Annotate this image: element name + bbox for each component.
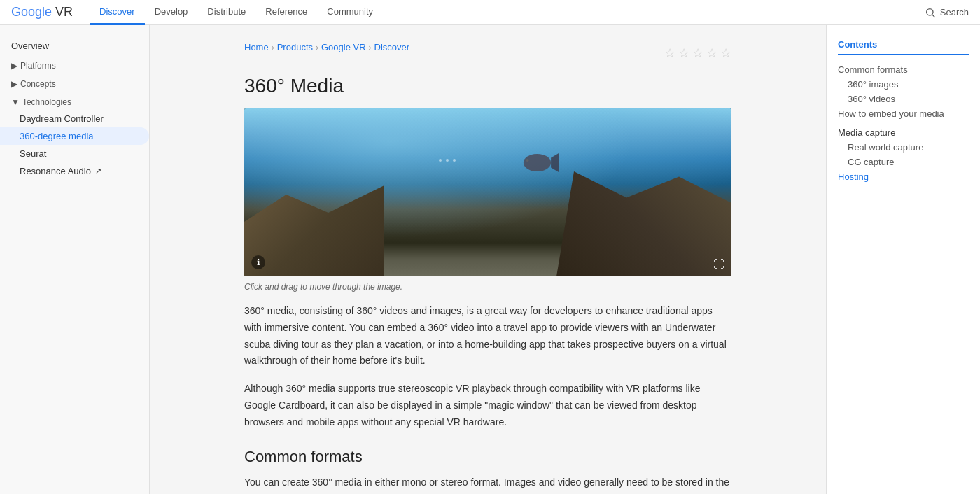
sidebar-section-concepts[interactable]: ▶ Concepts <box>0 73 149 92</box>
arrow-icon-concepts: ▶ <box>11 79 18 89</box>
body-text-1: 360° media, consisting of 360° videos an… <box>244 303 732 369</box>
star-rating: ☆ ☆ ☆ ☆ ☆ <box>664 45 732 61</box>
toc-common-formats[interactable]: Common formats <box>838 62 969 77</box>
arrow-icon: ▶ <box>11 61 18 71</box>
svg-point-4 <box>526 159 529 162</box>
toc-how-to-embed[interactable]: How to embed your media <box>838 106 969 121</box>
toc-360-images[interactable]: 360° images <box>838 77 969 92</box>
breadcrumb-discover[interactable]: Discover <box>374 42 410 52</box>
logo-vr: VR <box>55 5 73 20</box>
breadcrumb-googlevr[interactable]: Google VR <box>321 42 366 52</box>
star-2[interactable]: ☆ <box>678 45 690 61</box>
arrow-icon-tech: ▼ <box>11 97 20 107</box>
rock-left <box>244 185 384 276</box>
sidebar-label-360: 360-degree media <box>20 131 94 141</box>
sidebar-section-platforms[interactable]: ▶ Platforms <box>0 55 149 73</box>
svg-line-1 <box>932 15 935 17</box>
breadcrumb-home[interactable]: Home <box>244 42 269 52</box>
toc-title: Contents <box>838 39 969 55</box>
info-button[interactable]: ℹ <box>251 255 265 269</box>
sidebar-item-daydream-controller[interactable]: Daydream Controller <box>0 110 149 127</box>
search-label[interactable]: Search <box>940 7 969 17</box>
toc-media-capture[interactable]: Media capture <box>838 125 969 140</box>
svg-point-0 <box>926 8 932 15</box>
breadcrumb-sep-1: › <box>272 43 274 52</box>
nav-develop[interactable]: Develop <box>145 0 198 25</box>
toc-hosting[interactable]: Hosting <box>838 169 969 184</box>
search-icon <box>925 7 936 18</box>
sidebar-label-resonance: Resonance Audio <box>20 166 91 176</box>
rock-right <box>556 171 732 276</box>
page-title: 360° Media <box>244 75 732 97</box>
sidebar-item-seurat[interactable]: Seurat <box>0 145 149 162</box>
sidebar-item-resonance-audio[interactable]: Resonance Audio ↗ <box>0 162 149 180</box>
logo-google: Google <box>11 5 52 20</box>
bubble-2 <box>446 159 449 162</box>
svg-marker-3 <box>552 153 560 173</box>
sidebar-section-technologies[interactable]: ▼ Technologies <box>0 92 149 110</box>
top-navigation: Google VR Discover Develop Distribute Re… <box>0 0 980 25</box>
nav-distribute[interactable]: Distribute <box>197 0 255 25</box>
sidebar-label-technologies: Technologies <box>22 97 71 107</box>
search-area[interactable]: Search <box>925 7 969 18</box>
sidebar-label-platforms: Platforms <box>20 61 56 71</box>
external-link-icon: ↗ <box>95 167 102 176</box>
nav-links: Discover Develop Distribute Reference Co… <box>90 0 925 25</box>
left-sidebar: Overview ▶ Platforms ▶ Concepts ▼ Techno… <box>0 25 150 494</box>
sidebar-label-overview: Overview <box>11 41 49 51</box>
toc-cg-capture[interactable]: CG capture <box>838 155 969 169</box>
bubble-3 <box>453 159 456 162</box>
right-sidebar: Contents Common formats 360° images 360°… <box>826 25 980 494</box>
breadcrumb-sep-3: › <box>369 43 372 52</box>
star-1[interactable]: ☆ <box>664 45 676 61</box>
sidebar-label-daydream: Daydream Controller <box>20 113 104 124</box>
toc-real-world-capture[interactable]: Real world capture <box>838 140 969 155</box>
section-common-formats-heading: Common formats <box>244 448 732 466</box>
sidebar-label-seurat: Seurat <box>20 148 46 159</box>
nav-discover[interactable]: Discover <box>90 0 145 25</box>
media-container[interactable]: ℹ ⛶ <box>244 108 732 276</box>
sidebar-item-360-media[interactable]: 360-degree media <box>0 127 149 145</box>
content-area: Home › Products › Google VR › Discover ☆… <box>150 25 826 494</box>
nav-reference[interactable]: Reference <box>255 0 317 25</box>
star-5[interactable]: ☆ <box>720 45 732 61</box>
fish-shape <box>519 150 561 175</box>
star-3[interactable]: ☆ <box>692 45 704 61</box>
main-layout: Overview ▶ Platforms ▶ Concepts ▼ Techno… <box>0 25 980 494</box>
star-4[interactable]: ☆ <box>706 45 718 61</box>
svg-point-2 <box>524 154 551 171</box>
toc-360-videos[interactable]: 360° videos <box>838 92 969 106</box>
image-caption: Click and drag to move through the image… <box>244 282 732 292</box>
body-text-2: Although 360° media supports true stereo… <box>244 381 732 430</box>
content-inner: Home › Products › Google VR › Discover ☆… <box>222 25 754 494</box>
nav-community[interactable]: Community <box>317 0 383 25</box>
breadcrumb-sep-2: › <box>316 43 318 52</box>
360-media-image: ℹ ⛶ <box>244 108 732 276</box>
logo[interactable]: Google VR <box>11 5 73 20</box>
breadcrumb-products[interactable]: Products <box>277 42 313 52</box>
sidebar-label-concepts: Concepts <box>20 79 56 89</box>
bubbles <box>439 159 456 162</box>
sidebar-item-overview[interactable]: Overview <box>0 36 149 55</box>
bubble-1 <box>439 159 442 162</box>
fullscreen-button[interactable]: ⛶ <box>713 258 724 271</box>
breadcrumb: Home › Products › Google VR › Discover <box>244 42 410 52</box>
section-common-formats-body: You can create 360° media in either mono… <box>244 474 732 494</box>
